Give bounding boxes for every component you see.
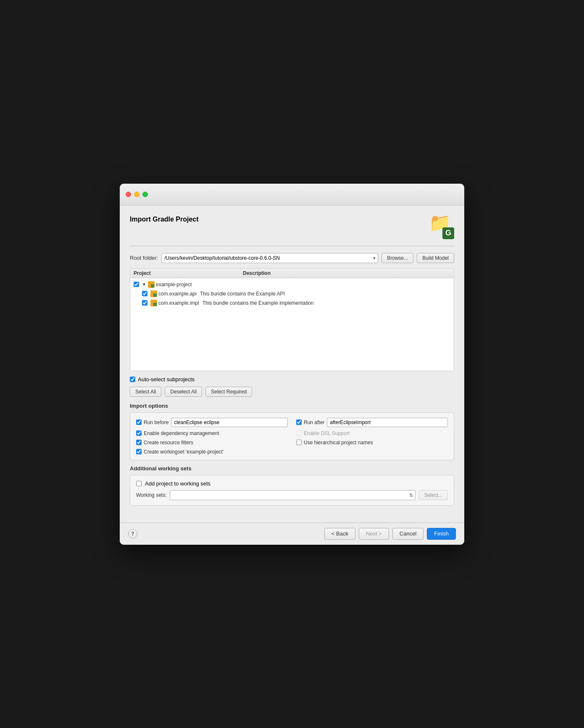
dep-mgmt-half: Enable dependency management: [136, 430, 288, 436]
main-window: Import Gradle Project 📁 G Root folder: /…: [120, 184, 464, 545]
checkbox-com-example-api[interactable]: [142, 291, 147, 296]
add-to-ws-label: Add project to working sets: [145, 480, 210, 487]
resource-filters-half: Create resource filters: [136, 440, 288, 446]
run-after-half: Run after: [296, 418, 448, 427]
run-row: Run before Run after: [136, 418, 448, 427]
finish-button[interactable]: Finish: [427, 528, 456, 540]
project-table: Project Description ▼ example-project: [130, 268, 454, 371]
select-all-button[interactable]: Select All: [130, 387, 161, 397]
row-checkbox-3[interactable]: [142, 300, 150, 306]
workingset-label: Create workingset 'example-project': [144, 449, 224, 455]
bottom-bar: ? < Back Next > Cancel Finish: [120, 522, 464, 545]
auto-select-row: Auto-select subprojects: [130, 376, 454, 382]
table-header: Project Description: [130, 269, 454, 278]
ws-label: Working sets:: [136, 492, 166, 498]
build-model-button[interactable]: Build Model: [417, 253, 454, 263]
dialog-icon: 📁 G: [429, 214, 454, 239]
checkbox-example-project[interactable]: [134, 282, 139, 287]
gradle-subicon-3: [153, 303, 157, 306]
cancel-button[interactable]: Cancel: [392, 528, 424, 540]
add-to-ws-row: Add project to working sets: [136, 480, 448, 487]
row-desc-com-example-api: This bundle contains the Example API: [197, 291, 450, 297]
run-after-input[interactable]: [327, 418, 448, 427]
row-name-com-example-impl: com.example.impl: [158, 300, 199, 306]
button-row: Select All Deselect All Select Required: [130, 387, 454, 397]
ws-select-button[interactable]: Select...: [419, 490, 448, 500]
row-checkbox-2[interactable]: [142, 291, 150, 296]
table-body: ▼ example-project com.example.api: [130, 278, 454, 371]
dep-mgmt-check: Enable dependency management: [136, 430, 219, 436]
row-name-example-project: example-project: [156, 282, 192, 288]
run-before-checkbox[interactable]: [136, 419, 142, 425]
dialog-header: Import Gradle Project 📁 G: [130, 214, 454, 239]
maximize-button[interactable]: [142, 192, 148, 197]
table-row: com.example.api This bundle contains the…: [130, 289, 454, 298]
working-sets-box: Add project to working sets Working sets…: [130, 475, 454, 506]
title-bar: [120, 184, 464, 206]
hierarchical-label: Use hierarchical project names: [304, 440, 373, 446]
ws-select-row: Working sets: Select...: [136, 490, 448, 500]
run-before-check: Run before: [136, 419, 168, 425]
dsl-check: Enable DSL Support: [296, 430, 350, 436]
dsl-half: Enable DSL Support: [296, 430, 448, 436]
dep-mgmt-label: Enable dependency management: [144, 430, 219, 436]
run-after-check: Run after: [296, 419, 324, 425]
import-options-box: Run before Run after Enable: [130, 412, 454, 460]
gradle-badge: G: [442, 227, 454, 239]
row-name-com-example-api: com.example.api: [158, 291, 197, 297]
help-button[interactable]: ?: [128, 529, 137, 538]
auto-select-label: Auto-select subprojects: [138, 376, 195, 382]
add-to-ws-checkbox[interactable]: [136, 481, 142, 486]
auto-select-checkbox[interactable]: [130, 377, 135, 382]
resource-filters-label: Create resource filters: [144, 440, 193, 446]
traffic-lights: [126, 192, 148, 197]
run-before-half: Run before: [136, 418, 288, 427]
dep-mgmt-checkbox[interactable]: [136, 430, 142, 436]
table-row: com.example.impl This bundle contains th…: [130, 298, 454, 308]
select-required-button[interactable]: Select Required: [205, 387, 252, 397]
row-checkbox-1[interactable]: [134, 282, 142, 287]
ws-select-wrapper: [170, 490, 415, 500]
path-dropdown[interactable]: /Users/kevin/Desktop/tutorial/ubstore-co…: [161, 253, 378, 263]
workingset-checkbox[interactable]: [136, 449, 142, 454]
resource-filters-checkbox[interactable]: [136, 440, 142, 445]
dsl-label: Enable DSL Support: [304, 430, 350, 436]
browse-button[interactable]: Browse...: [381, 253, 413, 263]
resource-filters-check: Create resource filters: [136, 440, 193, 446]
run-after-checkbox[interactable]: [296, 419, 302, 425]
row-expand-icon[interactable]: ▼: [142, 282, 148, 287]
workingset-check: Create workingset 'example-project': [136, 449, 224, 455]
hierarchical-check: Use hierarchical project names: [296, 440, 373, 446]
path-dropdown-wrapper: /Users/kevin/Desktop/tutorial/ubstore-co…: [161, 253, 378, 263]
back-button[interactable]: < Back: [324, 528, 355, 540]
dialog-content: Import Gradle Project 📁 G Root folder: /…: [120, 206, 464, 522]
close-button[interactable]: [126, 192, 131, 197]
row-desc-com-example-impl: This bundle contains the Example impleme…: [199, 300, 450, 306]
import-options-label: Import options: [130, 403, 454, 409]
api-folder-icon: [150, 290, 157, 297]
next-button[interactable]: Next >: [359, 528, 389, 540]
root-folder-label: Root folder:: [130, 255, 158, 261]
col-project-header: Project: [134, 270, 243, 276]
run-before-input[interactable]: [171, 418, 288, 427]
col-description-header: Description: [243, 270, 450, 276]
run-after-label: Run after: [304, 419, 324, 425]
deselect-all-button[interactable]: Deselect All: [165, 387, 202, 397]
workingset-row: Create workingset 'example-project': [136, 449, 448, 455]
dependency-row: Enable dependency management Enable DSL …: [136, 430, 448, 436]
impl-folder-icon: [150, 300, 157, 306]
dsl-checkbox[interactable]: [296, 430, 302, 436]
minimize-button[interactable]: [134, 192, 139, 197]
additional-working-sets-label: Additional working sets: [130, 465, 454, 472]
hierarchical-half: Use hierarchical project names: [296, 440, 448, 446]
gradle-subicon-2: [153, 293, 157, 297]
filters-row: Create resource filters Use hierarchical…: [136, 440, 448, 446]
header-divider: [130, 246, 454, 246]
root-folder-row: Root folder: /Users/kevin/Desktop/tutori…: [130, 253, 454, 263]
ws-select[interactable]: [170, 490, 415, 500]
project-folder-icon: [148, 281, 155, 288]
hierarchical-checkbox[interactable]: [296, 440, 302, 445]
checkbox-com-example-impl[interactable]: [142, 300, 147, 306]
run-before-label: Run before: [144, 419, 168, 425]
dialog-title: Import Gradle Project: [130, 214, 199, 223]
